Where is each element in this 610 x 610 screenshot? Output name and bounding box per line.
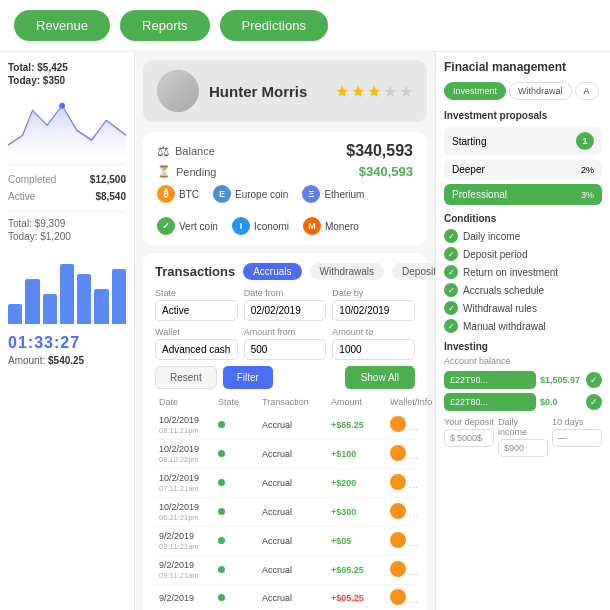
top-nav: Revenue Reports Predictions xyxy=(0,0,610,52)
check-icon: ✓ xyxy=(444,265,458,279)
coin-mon: M Monero xyxy=(303,217,359,235)
income-input[interactable]: $900 xyxy=(498,439,548,457)
coin-eth: Ξ Etherium xyxy=(302,185,364,203)
check-icon: ✓ xyxy=(444,247,458,261)
tab-deposits[interactable]: Deposits xyxy=(392,263,435,280)
check-icon: ✓ xyxy=(444,283,458,297)
check-icon: ✓ xyxy=(444,301,458,315)
table-row: 9/2/201909:11:21am Accrual +$65.25 ··· xyxy=(155,556,415,585)
chart2-today: Today: $1,200 xyxy=(8,231,126,242)
account-amount-1: $1,505.97 xyxy=(540,375,582,385)
center-panel: Hunter Morris ★ ★ ★ ★ ★ ⚖ Balance $340,5… xyxy=(135,52,435,610)
main-content: Total: $5,425 Today: $350 xyxy=(0,52,610,610)
state-select[interactable]: Active xyxy=(155,300,238,321)
condition-accruals: ✓ Accruals schedule xyxy=(444,283,602,297)
profile-name: Hunter Morris xyxy=(209,83,307,100)
your-deposit-field: Your deposit $ 5000$ xyxy=(444,417,494,457)
active-stat: Active $8,540 xyxy=(8,191,126,202)
table-row: 10/2/201907:11:21am Accrual +$200 ··· xyxy=(155,469,415,498)
toggle-investment[interactable]: Investment xyxy=(444,82,506,100)
star-rating: ★ ★ ★ ★ ★ xyxy=(335,82,413,101)
condition-withdrawal-rules: ✓ Withdrawal rules xyxy=(444,301,602,315)
filters-row1: State Active Date from Date by xyxy=(155,288,415,321)
table-row: 10/2/201906:21:21pm Accrual +$300 ··· xyxy=(155,498,415,527)
proposals-title: Investment proposals xyxy=(444,110,602,121)
condition-manual-withdrawal: ✓ Manual withdrawal xyxy=(444,319,602,333)
coin-btc: ₿ BTC xyxy=(157,185,199,203)
star-1: ★ xyxy=(335,82,349,101)
date-from-filter: Date from xyxy=(244,288,327,321)
table-row: 9/2/2019 Accrual +$05.25 ··· xyxy=(155,585,415,610)
bar-7 xyxy=(112,269,126,324)
bar-4 xyxy=(60,264,74,324)
show-all-button[interactable]: Show All xyxy=(345,366,415,389)
table-row: 9/2/201909:11:21am Accrual +$05 ··· xyxy=(155,527,415,556)
line-chart xyxy=(8,88,126,158)
nav-predictions-button[interactable]: Predictions xyxy=(220,10,328,41)
condition-return: ✓ Return on investment xyxy=(444,265,602,279)
ten-days-input: — xyxy=(552,429,602,447)
condition-daily-income: ✓ Daily income xyxy=(444,229,602,243)
tab-withdrawals[interactable]: Withdrawals xyxy=(310,263,384,280)
wallet-filter: Wallet Advanced cash xyxy=(155,327,238,360)
right-panel: Finacial management Investment Withdrawa… xyxy=(435,52,610,610)
deposit-input[interactable]: $ 5000$ xyxy=(444,429,494,447)
amount-from-input[interactable] xyxy=(244,339,327,360)
toggle-withdrawal[interactable]: Withdrawal xyxy=(509,82,572,100)
bar-1 xyxy=(8,304,22,324)
reset-button[interactable]: Resent xyxy=(155,366,217,389)
wallet-select[interactable]: Advanced cash xyxy=(155,339,238,360)
amount-label: Amount: $540.25 xyxy=(8,355,126,366)
balance-label: ⚖ Balance xyxy=(157,143,215,159)
coin-vert: ✓ Vert coin xyxy=(157,217,218,235)
account-row-2: £22T80... $0.0 ✓ xyxy=(444,393,602,411)
date-by-input[interactable] xyxy=(332,300,415,321)
daily-income-field: Daily income $900 xyxy=(498,417,548,457)
amount-from-filter: Amount from xyxy=(244,327,327,360)
coin-ico: I Iconomi xyxy=(232,217,289,235)
conditions-title: Conditions xyxy=(444,213,602,224)
bar-2 xyxy=(25,279,39,324)
pending-label: ⏳ Pending xyxy=(157,165,216,178)
amount-to-filter: Amount to xyxy=(332,327,415,360)
today-label: Today: $350 xyxy=(8,75,126,86)
account-btn-1[interactable]: £22T90... xyxy=(444,371,536,389)
deposit-row: Your deposit $ 5000$ Daily income $900 1… xyxy=(444,417,602,457)
star-5: ★ xyxy=(399,82,413,101)
table-header: Date State Transaction Amount Wallet/Inf… xyxy=(155,397,415,407)
proposal-starting[interactable]: Starting 1 xyxy=(444,127,602,155)
investing-title: Investing xyxy=(444,341,602,352)
avatar xyxy=(157,70,199,112)
ten-days-field: 10 days — xyxy=(552,417,602,457)
left-panel: Total: $5,425 Today: $350 xyxy=(0,52,135,610)
proposal-deeper[interactable]: Deeper 2% xyxy=(444,159,602,180)
amount-to-input[interactable] xyxy=(332,339,415,360)
invest-check-2: ✓ xyxy=(586,394,602,410)
timer: 01:33:27 xyxy=(8,334,126,352)
account-amount-2: $0.0 xyxy=(540,397,582,407)
toggle-other[interactable]: A xyxy=(575,82,599,100)
bar-chart xyxy=(8,244,126,324)
filter-actions: Resent Filter Show All xyxy=(155,366,415,389)
coins-row: ₿ BTC E Europe coin Ξ Etherium ✓ Vert co… xyxy=(157,185,413,235)
filter-button[interactable]: Filter xyxy=(223,366,273,389)
nav-revenue-button[interactable]: Revenue xyxy=(14,10,110,41)
total-label: Total: $5,425 xyxy=(8,62,126,73)
date-from-input[interactable] xyxy=(244,300,327,321)
transactions-header: Transactions Accruals Withdrawals Deposi… xyxy=(155,263,415,280)
star-3: ★ xyxy=(367,82,381,101)
svg-point-0 xyxy=(59,103,65,109)
bar-5 xyxy=(77,274,91,324)
tab-accruals[interactable]: Accruals xyxy=(243,263,301,280)
balance-section: ⚖ Balance $340,593 ⏳ Pending $340,593 ₿ xyxy=(143,132,427,245)
account-row-1: £22T90... $1,505.97 ✓ xyxy=(444,371,602,389)
profile-card: Hunter Morris ★ ★ ★ ★ ★ xyxy=(143,60,427,122)
table-row: 10/2/201908:10:22pm Accrual +$100 ··· xyxy=(155,440,415,469)
transactions-title: Transactions xyxy=(155,264,235,279)
chart2-total: Total: $9,309 xyxy=(8,218,126,229)
star-2: ★ xyxy=(351,82,365,101)
proposal-num-starting: 1 xyxy=(576,132,594,150)
account-btn-2[interactable]: £22T80... xyxy=(444,393,536,411)
proposal-professional[interactable]: Professional 3% xyxy=(444,184,602,205)
nav-reports-button[interactable]: Reports xyxy=(120,10,210,41)
